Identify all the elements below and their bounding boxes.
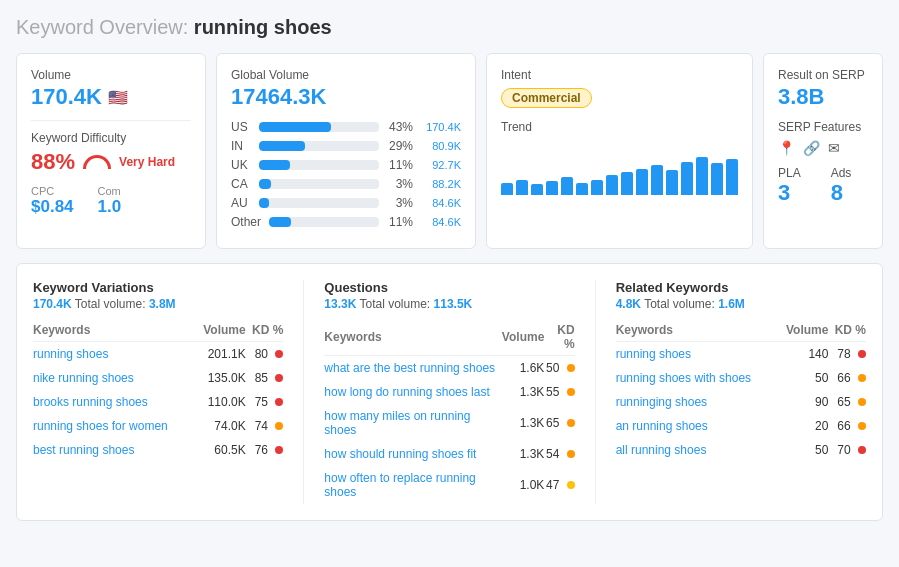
ads-value: 8 bbox=[831, 180, 852, 206]
bar-outer-in bbox=[259, 141, 379, 151]
table-row: best running shoes 60.5K 76 bbox=[33, 438, 283, 462]
rkdot-5 bbox=[858, 446, 866, 454]
rk-link-2[interactable]: running shoes with shoes bbox=[616, 371, 751, 385]
global-bars: US 43% 170.4K IN 29% 80.9K UK 11% 92.7K bbox=[231, 120, 461, 229]
global-label: Global Volume bbox=[231, 68, 461, 82]
kv-title: Keyword Variations bbox=[33, 280, 283, 295]
rk-vol-1: 140 bbox=[778, 342, 829, 367]
volume-value: 170.4K bbox=[31, 84, 102, 110]
table-row: all running shoes 50 70 bbox=[616, 438, 866, 462]
trend-bar-10 bbox=[636, 169, 648, 195]
volume-flag: 🇺🇸 bbox=[108, 88, 128, 107]
table-row: how many miles on running shoes 1.3K 65 bbox=[324, 404, 574, 442]
rk-link-3[interactable]: runninging shoes bbox=[616, 395, 707, 409]
related-keywords-section: Related Keywords 4.8K Total volume: 1.6M… bbox=[596, 280, 866, 504]
qdot-1 bbox=[567, 364, 575, 372]
rk-kd-2: 66 bbox=[828, 366, 866, 390]
dot-1 bbox=[275, 350, 283, 358]
serp-card: Result on SERP 3.8B SERP Features 📍 🔗 ✉ … bbox=[763, 53, 883, 249]
kv-link-1[interactable]: running shoes bbox=[33, 347, 108, 361]
link-au[interactable]: 84.6K bbox=[419, 197, 461, 209]
q-table: Keywords Volume KD % what are the best r… bbox=[324, 319, 574, 504]
kv-vol-5: 60.5K bbox=[195, 438, 246, 462]
q-kd-3: 65 bbox=[544, 404, 574, 442]
pct-uk: 11% bbox=[385, 158, 413, 172]
kv-link-2[interactable]: nike running shoes bbox=[33, 371, 134, 385]
q-link-5[interactable]: how often to replace running shoes bbox=[324, 471, 475, 499]
bar-outer-other bbox=[269, 217, 379, 227]
country-us: US bbox=[231, 120, 253, 134]
table-row: running shoes with shoes 50 66 bbox=[616, 366, 866, 390]
rk-kd-4: 66 bbox=[828, 414, 866, 438]
link-ca[interactable]: 88.2K bbox=[419, 178, 461, 190]
table-row: running shoes 201.1K 80 bbox=[33, 342, 283, 367]
link-other[interactable]: 84.6K bbox=[419, 216, 461, 228]
bar-row-other: Other 11% 84.6K bbox=[231, 215, 461, 229]
trend-bar-11 bbox=[651, 165, 663, 195]
qdot-2 bbox=[567, 388, 575, 396]
rk-link-5[interactable]: all running shoes bbox=[616, 443, 707, 457]
intent-badge: Commercial bbox=[501, 88, 592, 108]
volume-value-row: 170.4K 🇺🇸 bbox=[31, 84, 191, 110]
kv-sub: 170.4K Total volume: 3.8M bbox=[33, 297, 283, 311]
result-value: 3.8B bbox=[778, 84, 865, 110]
kv-link-3[interactable]: brooks running shoes bbox=[33, 395, 148, 409]
q-count: 13.3K bbox=[324, 297, 356, 311]
cpc-item: CPC $0.84 bbox=[31, 185, 74, 217]
location-icon: 📍 bbox=[778, 140, 795, 156]
kv-vol-3: 110.0K bbox=[195, 390, 246, 414]
questions-section: Questions 13.3K Total volume: 113.5K Key… bbox=[304, 280, 595, 504]
q-link-2[interactable]: how long do running shoes last bbox=[324, 385, 489, 399]
bar-row-in: IN 29% 80.9K bbox=[231, 139, 461, 153]
q-vol-1: 1.6K bbox=[502, 356, 544, 381]
rk-total-val: 1.6M bbox=[718, 297, 745, 311]
country-ca: CA bbox=[231, 177, 253, 191]
pct-us: 43% bbox=[385, 120, 413, 134]
trend-bar-9 bbox=[621, 172, 633, 195]
link-us[interactable]: 170.4K bbox=[419, 121, 461, 133]
kv-kd-5: 76 bbox=[246, 438, 284, 462]
rk-link-1[interactable]: running shoes bbox=[616, 347, 691, 361]
rkdot-4 bbox=[858, 422, 866, 430]
q-link-1[interactable]: what are the best running shoes bbox=[324, 361, 495, 375]
bar-row-au: AU 3% 84.6K bbox=[231, 196, 461, 210]
rk-col-volume: Volume bbox=[778, 319, 829, 342]
rk-link-4[interactable]: an running shoes bbox=[616, 419, 708, 433]
ads-label: Ads bbox=[831, 166, 852, 180]
page-container: Keyword Overview: running shoes Volume 1… bbox=[0, 0, 899, 537]
table-row: how often to replace running shoes 1.0K … bbox=[324, 466, 574, 504]
table-row: an running shoes 20 66 bbox=[616, 414, 866, 438]
bar-inner-uk bbox=[259, 160, 290, 170]
rk-count: 4.8K bbox=[616, 297, 641, 311]
qdot-3 bbox=[567, 419, 575, 427]
table-row: what are the best running shoes 1.6K 50 bbox=[324, 356, 574, 381]
kv-table: Keywords Volume KD % running shoes 201.1… bbox=[33, 319, 283, 462]
rk-vol-4: 20 bbox=[778, 414, 829, 438]
bar-row-uk: UK 11% 92.7K bbox=[231, 158, 461, 172]
kv-link-4[interactable]: running shoes for women bbox=[33, 419, 168, 433]
kd-description: Very Hard bbox=[119, 155, 175, 169]
q-vol-4: 1.3K bbox=[502, 442, 544, 466]
link-in[interactable]: 80.9K bbox=[419, 140, 461, 152]
trend-bar-5 bbox=[561, 177, 573, 195]
rkdot-1 bbox=[858, 350, 866, 358]
pct-in: 29% bbox=[385, 139, 413, 153]
country-au: AU bbox=[231, 196, 253, 210]
rkdot-3 bbox=[858, 398, 866, 406]
com-label: Com bbox=[98, 185, 122, 197]
kv-kd-4: 74 bbox=[246, 414, 284, 438]
country-other: Other bbox=[231, 215, 263, 229]
link-uk[interactable]: 92.7K bbox=[419, 159, 461, 171]
kv-link-5[interactable]: best running shoes bbox=[33, 443, 134, 457]
table-row: runninging shoes 90 65 bbox=[616, 390, 866, 414]
kv-col-volume: Volume bbox=[195, 319, 246, 342]
q-link-4[interactable]: how should running shoes fit bbox=[324, 447, 476, 461]
rk-vol-5: 50 bbox=[778, 438, 829, 462]
rk-kd-1: 78 bbox=[828, 342, 866, 367]
trend-bar-13 bbox=[681, 162, 693, 195]
q-col-volume: Volume bbox=[502, 319, 544, 356]
trend-bar-16 bbox=[726, 159, 738, 195]
q-link-3[interactable]: how many miles on running shoes bbox=[324, 409, 470, 437]
pct-au: 3% bbox=[385, 196, 413, 210]
q-vol-5: 1.0K bbox=[502, 466, 544, 504]
